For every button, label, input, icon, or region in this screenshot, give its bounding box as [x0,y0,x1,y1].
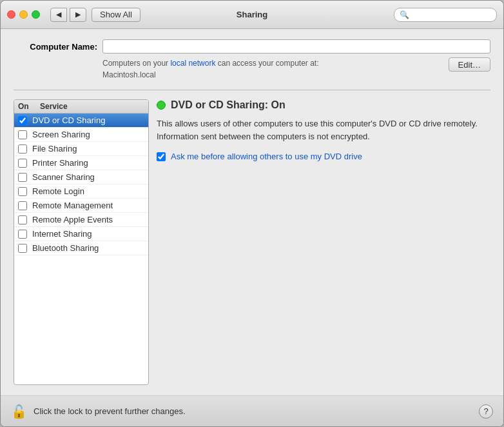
back-button[interactable]: ◀ [50,8,67,22]
titlebar: ◀ ▶ Show All Sharing 🔍 [1,1,503,29]
minimize-button[interactable] [19,10,28,19]
service-label: Scanner Sharing [32,172,95,182]
list-item[interactable]: Scanner Sharing [14,170,148,184]
remote-management-checkbox[interactable] [18,201,27,210]
nav-buttons: ◀ ▶ [50,8,86,22]
remote-login-checkbox[interactable] [18,187,27,196]
service-label: Remote Apple Events [32,215,113,224]
computer-address: Macintosh.local [102,70,156,79]
bottom-bar: 🔓 Click the lock to prevent further chan… [1,395,503,426]
service-list-container: On Service DVD or CD Sharing Screen Shar… [14,99,149,385]
computer-name-label: Computer Name: [14,42,97,52]
help-button[interactable]: ? [479,404,493,419]
divider [14,90,490,90]
detail-option: Ask me before allowing others to use my … [157,152,490,161]
service-label: Internet Sharing [32,229,92,239]
service-label: Screen Sharing [32,130,90,139]
service-label: File Sharing [32,144,77,154]
service-list: DVD or CD Sharing Screen Sharing File Sh… [14,114,148,255]
traffic-lights [7,10,40,19]
internet-sharing-checkbox[interactable] [18,230,27,239]
detail-status: DVD or CD Sharing: On [157,99,490,111]
window: ◀ ▶ Show All Sharing 🔍 Computer Name: Co… [0,0,504,427]
list-item[interactable]: File Sharing [14,142,148,156]
local-network-text: Computers on your [102,59,170,68]
search-box[interactable]: 🔍 [394,8,497,22]
search-input[interactable] [412,10,491,19]
service-list-header: On Service [14,100,148,114]
status-dot [157,101,166,110]
forward-button[interactable]: ▶ [70,8,86,22]
list-item[interactable]: Remote Login [14,184,148,199]
col-service-header: Service [40,102,144,111]
computer-name-sub: Computers on your local network can acce… [102,57,490,81]
remote-apple-events-checkbox[interactable] [18,215,27,224]
lock-text: Click the lock to prevent further change… [34,406,186,416]
list-item[interactable]: Remote Management [14,199,148,213]
maximize-button[interactable] [32,10,40,19]
detail-option-label: Ask me before allowing others to use my … [171,152,362,161]
list-item[interactable]: Remote Apple Events [14,213,148,227]
window-title: Sharing [237,10,267,19]
main-panel: On Service DVD or CD Sharing Screen Shar… [14,99,490,385]
status-title: DVD or CD Sharing: On [171,99,286,111]
screen-sharing-checkbox[interactable] [18,130,27,139]
access-text: can access your computer at: [215,59,318,68]
service-label: Printer Sharing [32,158,88,168]
search-icon: 🔍 [400,10,409,19]
content-area: Computer Name: Computers on your local n… [1,29,503,395]
computer-name-input[interactable] [102,39,490,54]
service-label: Bluetooth Sharing [32,243,99,253]
list-item[interactable]: Screen Sharing [14,128,148,142]
service-label: DVD or CD Sharing [32,115,105,125]
service-label: Remote Login [32,186,84,196]
dvd-sharing-checkbox[interactable] [18,116,27,125]
local-network-link[interactable]: local network [170,59,215,68]
service-label: Remote Management [32,201,113,210]
printer-sharing-checkbox[interactable] [18,159,27,168]
file-sharing-checkbox[interactable] [18,144,27,154]
detail-panel: DVD or CD Sharing: On This allows users … [157,99,490,385]
list-item[interactable]: DVD or CD Sharing [14,114,148,128]
show-all-button[interactable]: Show All [92,8,141,22]
bluetooth-sharing-checkbox[interactable] [18,244,27,253]
ask-before-option-checkbox[interactable] [157,152,166,161]
computer-name-hint: Computers on your local network can acce… [102,57,438,81]
list-item[interactable]: Internet Sharing [14,227,148,241]
lock-icon[interactable]: 🔓 [11,404,27,419]
edit-button[interactable]: Edit… [449,57,490,72]
scanner-sharing-checkbox[interactable] [18,173,27,182]
list-item[interactable]: Printer Sharing [14,156,148,170]
computer-name-row: Computer Name: [14,39,490,54]
col-on-header: On [18,102,40,111]
list-item[interactable]: Bluetooth Sharing [14,241,148,255]
detail-description: This allows users of other computers to … [157,117,490,143]
close-button[interactable] [7,10,15,19]
